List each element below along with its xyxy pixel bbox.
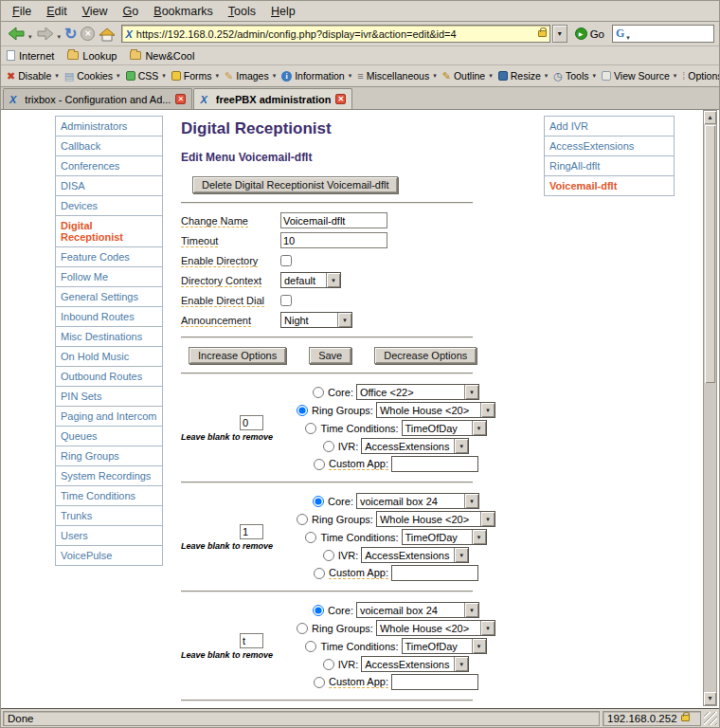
sidebar-item-voicepulse[interactable]: VoicePulse	[56, 546, 163, 566]
go-button[interactable]: ▶ Go	[569, 27, 610, 40]
sidebar-item-ring-groups[interactable]: Ring Groups	[56, 446, 163, 466]
ivr-select[interactable]: AccessExtensions▼	[361, 656, 469, 672]
enable-direct-dial-checkbox[interactable]	[280, 295, 292, 306]
bookmark-folder-newcool[interactable]: New&Cool	[130, 50, 194, 62]
rightnav-voicemail-dflt[interactable]: Voicemail-dflt	[545, 176, 675, 196]
sidebar-item-callback[interactable]: Callback	[56, 136, 163, 156]
devbar-disable[interactable]: ✖Disable	[4, 68, 62, 83]
sidebar-item-time-conditions[interactable]: Time Conditions	[56, 486, 163, 506]
sidebar-item-trunks[interactable]: Trunks	[56, 506, 163, 526]
time-conditions-select[interactable]: TimeOfDay▼	[402, 420, 487, 436]
core-radio[interactable]	[313, 387, 324, 398]
announcement-select[interactable]: Night▼	[280, 312, 352, 328]
url-history-dropdown[interactable]: ▼	[552, 25, 567, 43]
url-text[interactable]: https://192.168.0.252/admin/config.php?d…	[136, 28, 534, 40]
sidebar-item-devices[interactable]: Devices	[56, 196, 163, 216]
sidebar-item-administrators[interactable]: Administrators	[56, 117, 163, 136]
sidebar-item-system-recordings[interactable]: System Recordings	[56, 466, 163, 486]
stop-button[interactable]: ✕	[80, 24, 96, 45]
search-input[interactable]: G ▾	[612, 25, 714, 43]
sidebar-item-on-hold-music[interactable]: On Hold Music	[56, 347, 163, 367]
ring-groups-radio[interactable]	[297, 623, 308, 634]
core-radio[interactable]	[313, 496, 324, 507]
ivr-select[interactable]: AccessExtensions▼	[361, 438, 469, 454]
tab-trixbox[interactable]: X trixbox - Configuration and Ad...	[3, 88, 192, 109]
sidebar-item-misc-destinations[interactable]: Misc Destinations	[56, 327, 163, 347]
devbar-tools[interactable]: ◷Tools	[550, 68, 599, 83]
custom-app-radio[interactable]	[314, 568, 325, 579]
devbar-outline[interactable]: ✎Outline	[440, 68, 495, 83]
ring-groups-select[interactable]: Whole House <20>▼	[376, 620, 495, 636]
core-radio[interactable]	[313, 605, 324, 616]
sidebar-item-paging-and-intercom[interactable]: Paging and Intercom	[56, 407, 163, 427]
delete-digital-receptionist-button[interactable]: Delete Digital Receptionist Voicemail-df…	[192, 176, 398, 193]
devbar-options[interactable]: ⁞Options	[679, 68, 719, 83]
timeout-input[interactable]	[280, 232, 387, 248]
devbar-view-source[interactable]: View Source	[599, 68, 679, 83]
devbar-information[interactable]: iInformation	[279, 68, 354, 83]
sidebar-item-outbound-routes[interactable]: Outbound Routes	[56, 367, 163, 387]
devbar-resize[interactable]: Resize	[495, 68, 551, 83]
menu-go[interactable]: Go	[116, 3, 147, 20]
ring-groups-radio[interactable]	[297, 405, 308, 416]
custom-app-radio[interactable]	[314, 459, 325, 470]
bookmark-internet[interactable]: Internet	[7, 50, 54, 62]
ring-groups-select[interactable]: Whole House <20>▼	[376, 402, 495, 418]
custom-app-input[interactable]	[391, 674, 478, 690]
ring-groups-radio[interactable]	[297, 514, 308, 525]
time-conditions-select[interactable]: TimeOfDay▼	[402, 638, 487, 654]
sidebar-item-users[interactable]: Users	[56, 526, 163, 546]
search-engine-caret-icon[interactable]: ▾	[626, 34, 630, 42]
menu-tools[interactable]: Tools	[221, 3, 263, 20]
tab-freepbx-administration[interactable]: X freePBX administration	[193, 88, 352, 109]
custom-app-radio[interactable]	[314, 677, 325, 688]
core-select[interactable]: voicemail box 24▼	[356, 493, 479, 509]
bookmark-folder-lookup[interactable]: Lookup	[67, 50, 117, 62]
menu-help[interactable]: Help	[263, 3, 303, 20]
menu-view[interactable]: View	[75, 3, 116, 20]
decrease-options-button[interactable]: Decrease Options	[374, 347, 477, 364]
close-icon[interactable]	[335, 94, 346, 104]
digit-input[interactable]	[240, 524, 263, 539]
scrollbar-thumb[interactable]	[705, 125, 715, 383]
home-button[interactable]	[98, 24, 117, 45]
digit-input[interactable]	[240, 415, 263, 430]
forward-button[interactable]	[35, 24, 56, 45]
back-button[interactable]	[6, 24, 27, 45]
sidebar-item-digital-receptionist[interactable]: Digital Receptionist	[56, 216, 163, 247]
ivr-radio[interactable]	[323, 550, 334, 561]
sidebar-item-pin-sets[interactable]: PIN Sets	[56, 387, 163, 407]
rightnav-ringall-dflt[interactable]: RingAll-dflt	[545, 156, 675, 176]
increase-options-button[interactable]: Increase Options	[189, 347, 286, 364]
core-select[interactable]: Office <22>▼	[356, 384, 479, 400]
time-conditions-select[interactable]: TimeOfDay▼	[402, 529, 487, 545]
sidebar-item-follow-me[interactable]: Follow Me	[56, 267, 163, 287]
ivr-radio[interactable]	[323, 441, 334, 452]
directory-context-select[interactable]: default▼	[280, 272, 341, 288]
menu-bookmarks[interactable]: Bookmarks	[146, 3, 221, 20]
time-conditions-radio[interactable]	[305, 532, 316, 543]
devbar-miscellaneous[interactable]: ≡Miscellaneous	[354, 68, 439, 83]
ring-groups-select[interactable]: Whole House <20>▼	[376, 511, 495, 527]
time-conditions-radio[interactable]	[305, 641, 316, 652]
scroll-down-arrow[interactable]: ▼	[704, 692, 716, 705]
reload-button[interactable]: ↻	[63, 24, 78, 45]
sidebar-item-feature-codes[interactable]: Feature Codes	[56, 247, 163, 267]
devbar-forms[interactable]: Forms	[169, 68, 222, 83]
save-button[interactable]: Save	[309, 347, 351, 364]
enable-directory-checkbox[interactable]	[280, 255, 292, 266]
rightnav-accessextensions[interactable]: AccessExtensions	[545, 136, 675, 156]
scroll-up-arrow[interactable]: ▲	[704, 111, 716, 124]
custom-app-input[interactable]	[391, 456, 478, 472]
address-bar[interactable]: X https://192.168.0.252/admin/config.php…	[121, 25, 549, 43]
menu-file[interactable]: File	[5, 3, 39, 20]
back-dropdown-caret-icon[interactable]: ▾	[28, 33, 32, 41]
custom-app-input[interactable]	[391, 565, 478, 581]
page-scrollbar[interactable]: ▲ ▼	[703, 110, 717, 706]
devbar-css[interactable]: CSS	[123, 68, 169, 83]
resize-grip[interactable]	[704, 712, 717, 725]
devbar-images[interactable]: ✎Images	[222, 68, 279, 83]
devbar-cookies[interactable]: ▤Cookies	[62, 68, 123, 83]
sidebar-item-queues[interactable]: Queues	[56, 427, 163, 446]
digit-input[interactable]	[240, 633, 263, 648]
